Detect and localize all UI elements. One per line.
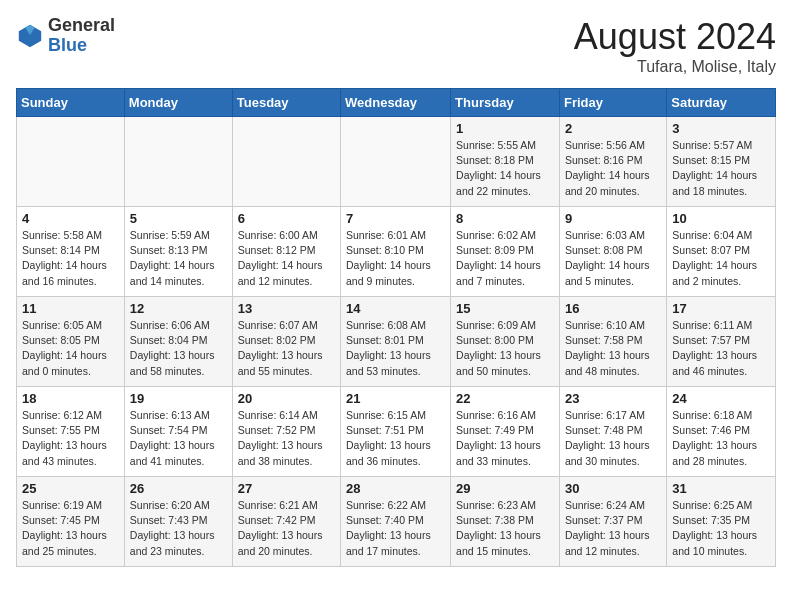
day-info: Sunrise: 6:03 AM Sunset: 8:08 PM Dayligh… [565,228,661,289]
calendar-cell: 20Sunrise: 6:14 AM Sunset: 7:52 PM Dayli… [232,387,340,477]
calendar-cell: 10Sunrise: 6:04 AM Sunset: 8:07 PM Dayli… [667,207,776,297]
day-info: Sunrise: 6:19 AM Sunset: 7:45 PM Dayligh… [22,498,119,559]
day-number: 24 [672,391,770,406]
day-number: 14 [346,301,445,316]
day-number: 6 [238,211,335,226]
calendar-week-row: 11Sunrise: 6:05 AM Sunset: 8:05 PM Dayli… [17,297,776,387]
calendar-week-row: 18Sunrise: 6:12 AM Sunset: 7:55 PM Dayli… [17,387,776,477]
day-number: 25 [22,481,119,496]
day-info: Sunrise: 5:55 AM Sunset: 8:18 PM Dayligh… [456,138,554,199]
calendar-cell: 14Sunrise: 6:08 AM Sunset: 8:01 PM Dayli… [341,297,451,387]
header-cell-thursday: Thursday [451,89,560,117]
day-info: Sunrise: 6:23 AM Sunset: 7:38 PM Dayligh… [456,498,554,559]
day-number: 10 [672,211,770,226]
day-number: 7 [346,211,445,226]
day-number: 18 [22,391,119,406]
day-info: Sunrise: 6:17 AM Sunset: 7:48 PM Dayligh… [565,408,661,469]
calendar-cell [17,117,125,207]
calendar-cell: 18Sunrise: 6:12 AM Sunset: 7:55 PM Dayli… [17,387,125,477]
calendar-body: 1Sunrise: 5:55 AM Sunset: 8:18 PM Daylig… [17,117,776,567]
day-number: 3 [672,121,770,136]
day-info: Sunrise: 6:21 AM Sunset: 7:42 PM Dayligh… [238,498,335,559]
day-number: 17 [672,301,770,316]
day-number: 21 [346,391,445,406]
day-number: 30 [565,481,661,496]
header-cell-monday: Monday [124,89,232,117]
calendar-cell: 12Sunrise: 6:06 AM Sunset: 8:04 PM Dayli… [124,297,232,387]
day-info: Sunrise: 6:15 AM Sunset: 7:51 PM Dayligh… [346,408,445,469]
calendar-cell: 8Sunrise: 6:02 AM Sunset: 8:09 PM Daylig… [451,207,560,297]
calendar-cell: 5Sunrise: 5:59 AM Sunset: 8:13 PM Daylig… [124,207,232,297]
day-number: 26 [130,481,227,496]
calendar-cell: 16Sunrise: 6:10 AM Sunset: 7:58 PM Dayli… [559,297,666,387]
day-number: 19 [130,391,227,406]
calendar-cell: 2Sunrise: 5:56 AM Sunset: 8:16 PM Daylig… [559,117,666,207]
logo: General Blue [16,16,115,56]
day-info: Sunrise: 6:16 AM Sunset: 7:49 PM Dayligh… [456,408,554,469]
day-number: 28 [346,481,445,496]
day-number: 16 [565,301,661,316]
calendar-cell [341,117,451,207]
day-number: 2 [565,121,661,136]
day-number: 31 [672,481,770,496]
calendar-cell: 4Sunrise: 5:58 AM Sunset: 8:14 PM Daylig… [17,207,125,297]
day-info: Sunrise: 6:22 AM Sunset: 7:40 PM Dayligh… [346,498,445,559]
header-row: SundayMondayTuesdayWednesdayThursdayFrid… [17,89,776,117]
calendar-cell: 21Sunrise: 6:15 AM Sunset: 7:51 PM Dayli… [341,387,451,477]
calendar-cell: 17Sunrise: 6:11 AM Sunset: 7:57 PM Dayli… [667,297,776,387]
day-info: Sunrise: 6:18 AM Sunset: 7:46 PM Dayligh… [672,408,770,469]
calendar-header: SundayMondayTuesdayWednesdayThursdayFrid… [17,89,776,117]
calendar-table: SundayMondayTuesdayWednesdayThursdayFrid… [16,88,776,567]
day-info: Sunrise: 6:20 AM Sunset: 7:43 PM Dayligh… [130,498,227,559]
calendar-week-row: 4Sunrise: 5:58 AM Sunset: 8:14 PM Daylig… [17,207,776,297]
day-info: Sunrise: 6:09 AM Sunset: 8:00 PM Dayligh… [456,318,554,379]
day-info: Sunrise: 6:00 AM Sunset: 8:12 PM Dayligh… [238,228,335,289]
day-info: Sunrise: 5:59 AM Sunset: 8:13 PM Dayligh… [130,228,227,289]
day-info: Sunrise: 6:07 AM Sunset: 8:02 PM Dayligh… [238,318,335,379]
day-info: Sunrise: 6:08 AM Sunset: 8:01 PM Dayligh… [346,318,445,379]
calendar-cell [124,117,232,207]
day-number: 12 [130,301,227,316]
day-info: Sunrise: 6:24 AM Sunset: 7:37 PM Dayligh… [565,498,661,559]
day-number: 5 [130,211,227,226]
day-number: 1 [456,121,554,136]
calendar-cell: 11Sunrise: 6:05 AM Sunset: 8:05 PM Dayli… [17,297,125,387]
calendar-cell: 27Sunrise: 6:21 AM Sunset: 7:42 PM Dayli… [232,477,340,567]
calendar-cell: 9Sunrise: 6:03 AM Sunset: 8:08 PM Daylig… [559,207,666,297]
day-info: Sunrise: 6:12 AM Sunset: 7:55 PM Dayligh… [22,408,119,469]
day-number: 9 [565,211,661,226]
header-cell-wednesday: Wednesday [341,89,451,117]
day-number: 15 [456,301,554,316]
calendar-week-row: 25Sunrise: 6:19 AM Sunset: 7:45 PM Dayli… [17,477,776,567]
day-number: 4 [22,211,119,226]
logo-text: General Blue [48,16,115,56]
day-info: Sunrise: 5:57 AM Sunset: 8:15 PM Dayligh… [672,138,770,199]
day-number: 27 [238,481,335,496]
day-info: Sunrise: 6:14 AM Sunset: 7:52 PM Dayligh… [238,408,335,469]
header-cell-sunday: Sunday [17,89,125,117]
logo-blue-text: Blue [48,35,87,55]
logo-general-text: General [48,15,115,35]
calendar-cell: 23Sunrise: 6:17 AM Sunset: 7:48 PM Dayli… [559,387,666,477]
day-number: 20 [238,391,335,406]
calendar-week-row: 1Sunrise: 5:55 AM Sunset: 8:18 PM Daylig… [17,117,776,207]
day-info: Sunrise: 6:05 AM Sunset: 8:05 PM Dayligh… [22,318,119,379]
calendar-cell: 31Sunrise: 6:25 AM Sunset: 7:35 PM Dayli… [667,477,776,567]
calendar-cell: 28Sunrise: 6:22 AM Sunset: 7:40 PM Dayli… [341,477,451,567]
calendar-cell: 7Sunrise: 6:01 AM Sunset: 8:10 PM Daylig… [341,207,451,297]
calendar-cell: 26Sunrise: 6:20 AM Sunset: 7:43 PM Dayli… [124,477,232,567]
header-cell-friday: Friday [559,89,666,117]
calendar-cell: 1Sunrise: 5:55 AM Sunset: 8:18 PM Daylig… [451,117,560,207]
day-info: Sunrise: 6:04 AM Sunset: 8:07 PM Dayligh… [672,228,770,289]
day-number: 22 [456,391,554,406]
page-header: General Blue August 2024 Tufara, Molise,… [16,16,776,76]
day-info: Sunrise: 6:06 AM Sunset: 8:04 PM Dayligh… [130,318,227,379]
day-number: 23 [565,391,661,406]
title-block: August 2024 Tufara, Molise, Italy [574,16,776,76]
day-number: 11 [22,301,119,316]
calendar-cell: 19Sunrise: 6:13 AM Sunset: 7:54 PM Dayli… [124,387,232,477]
calendar-cell: 3Sunrise: 5:57 AM Sunset: 8:15 PM Daylig… [667,117,776,207]
calendar-cell: 24Sunrise: 6:18 AM Sunset: 7:46 PM Dayli… [667,387,776,477]
day-info: Sunrise: 5:58 AM Sunset: 8:14 PM Dayligh… [22,228,119,289]
calendar-cell [232,117,340,207]
